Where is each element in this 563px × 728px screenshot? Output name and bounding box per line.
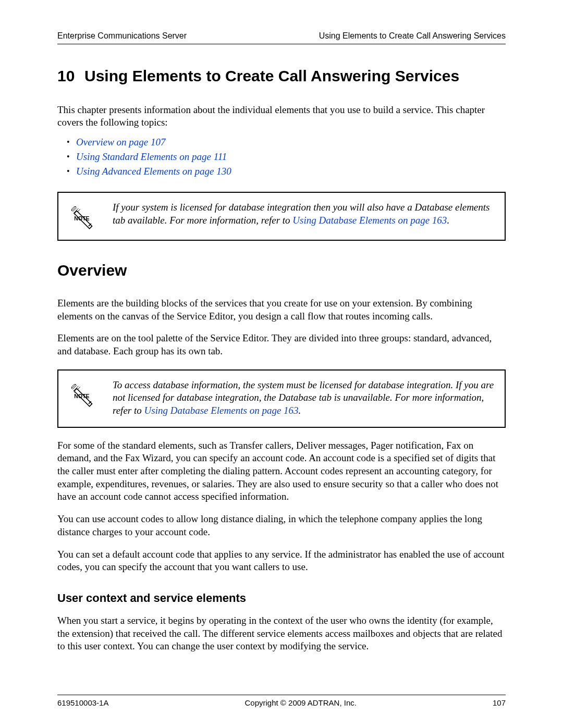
note2-post: . bbox=[299, 405, 301, 416]
svg-text:NOTE: NOTE bbox=[74, 392, 89, 399]
footer-page-number: 107 bbox=[493, 698, 506, 707]
note1-post: . bbox=[447, 215, 449, 226]
bullet-icon: • bbox=[67, 137, 76, 148]
toc-link-standard[interactable]: Using Standard Elements on page 111 bbox=[76, 151, 227, 163]
subsection-heading: User context and service elements bbox=[57, 591, 506, 605]
chapter-heading: 10 Using Elements to Create Call Answeri… bbox=[57, 66, 506, 86]
footer-copyright: Copyright © 2009 ADTRAN, Inc. bbox=[244, 698, 356, 707]
intro-paragraph: This chapter presents information about … bbox=[57, 104, 506, 129]
running-header: Enterprise Communications Server Using E… bbox=[57, 31, 506, 44]
toc-link-advanced[interactable]: Using Advanced Elements on page 130 bbox=[76, 166, 231, 177]
header-right: Using Elements to Create Call Answering … bbox=[319, 31, 506, 41]
note1-link[interactable]: Using Database Elements on page 163 bbox=[292, 215, 447, 226]
toc-link-overview[interactable]: Overview on page 107 bbox=[76, 137, 165, 148]
toc-item: • Using Standard Elements on page 111 bbox=[67, 151, 506, 163]
note-body: If your system is licensed for database … bbox=[113, 201, 495, 227]
note-box-1: NOTE If your system is licensed for data… bbox=[57, 192, 506, 241]
header-left: Enterprise Communications Server bbox=[57, 31, 187, 41]
overview-p2: Elements are on the tool palette of the … bbox=[57, 332, 506, 357]
page-footer: 619510003-1A Copyright © 2009 ADTRAN, In… bbox=[57, 695, 506, 707]
chapter-title-text: Using Elements to Create Call Answering … bbox=[84, 66, 459, 86]
document-page: Enterprise Communications Server Using E… bbox=[0, 0, 563, 728]
bullet-icon: • bbox=[67, 166, 76, 177]
svg-text:NOTE: NOTE bbox=[74, 215, 89, 221]
subsection-p6: When you start a service, it begins by o… bbox=[57, 614, 506, 653]
toc-list: • Overview on page 107 • Using Standard … bbox=[57, 137, 506, 177]
toc-item: • Using Advanced Elements on page 130 bbox=[67, 166, 506, 177]
note2-link[interactable]: Using Database Elements on page 163 bbox=[144, 405, 299, 416]
note-body: To access database information, the syst… bbox=[113, 379, 495, 417]
body-p3: For some of the standard elements, such … bbox=[57, 439, 506, 503]
note-icon: NOTE bbox=[64, 379, 100, 408]
note-icon: NOTE bbox=[64, 201, 100, 230]
bullet-icon: • bbox=[67, 151, 76, 163]
chapter-number: 10 bbox=[57, 66, 84, 86]
note-box-2: NOTE To access database information, the… bbox=[57, 369, 506, 428]
body-p5: You can set a default account code that … bbox=[57, 548, 506, 574]
body-p4: You can use account codes to allow long … bbox=[57, 513, 506, 538]
toc-item: • Overview on page 107 bbox=[67, 137, 506, 148]
footer-doc-number: 619510003-1A bbox=[57, 698, 108, 707]
overview-heading: Overview bbox=[57, 262, 506, 279]
overview-p1: Elements are the building blocks of the … bbox=[57, 297, 506, 323]
